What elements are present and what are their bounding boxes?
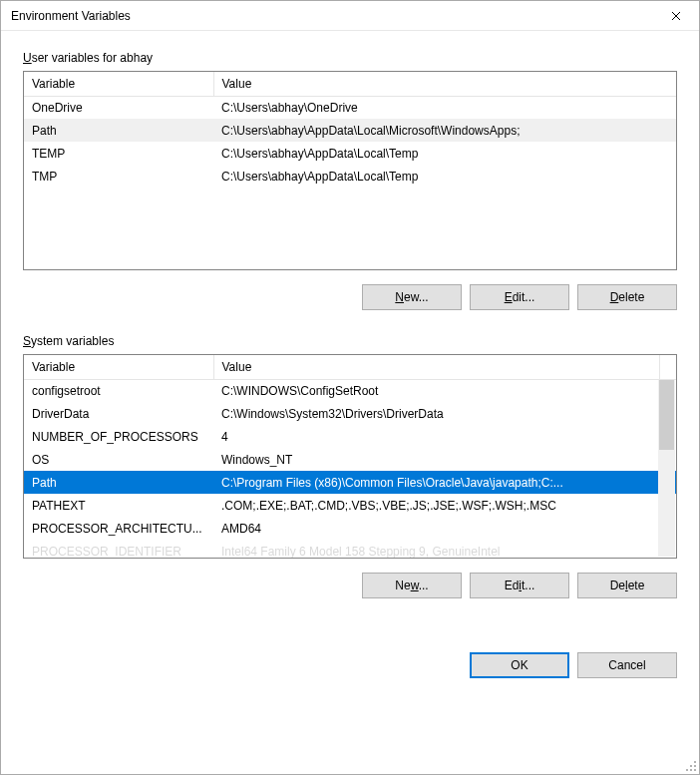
cell-variable: PATHEXT xyxy=(24,494,213,517)
user-col-value[interactable]: Value xyxy=(213,72,676,96)
table-row[interactable]: PROCESSOR_IDENTIFIERIntel64 Family 6 Mod… xyxy=(24,540,676,559)
system-vars-label: System variables xyxy=(23,334,677,348)
dialog-content: User variables for abhay Variable Value … xyxy=(1,31,699,774)
svg-point-5 xyxy=(694,769,696,771)
cell-variable: Path xyxy=(24,119,213,142)
cell-variable: TMP xyxy=(24,165,213,188)
system-new-button[interactable]: New... xyxy=(362,573,462,598)
table-row[interactable]: OneDriveC:\Users\abhay\OneDrive xyxy=(24,96,676,119)
cell-variable: NUMBER_OF_PROCESSORS xyxy=(24,425,213,448)
cell-value: C:\WINDOWS\ConfigSetRoot xyxy=(213,379,676,402)
ok-button[interactable]: OK xyxy=(470,652,569,678)
svg-point-0 xyxy=(694,761,696,763)
cell-value: 4 xyxy=(213,425,676,448)
system-col-scroll-spacer xyxy=(659,355,676,379)
table-row[interactable]: configsetrootC:\WINDOWS\ConfigSetRoot xyxy=(24,379,676,402)
system-button-row: New... Edit... Delete xyxy=(23,573,677,598)
table-row[interactable]: NUMBER_OF_PROCESSORS4 xyxy=(24,425,676,448)
close-icon xyxy=(671,8,681,24)
system-col-value[interactable]: Value xyxy=(213,355,659,379)
resize-grip-icon[interactable] xyxy=(683,758,697,772)
cell-value: C:\Users\abhay\AppData\Local\Microsoft\W… xyxy=(213,119,676,142)
user-button-row: New... Edit... Delete xyxy=(23,284,677,310)
scrollbar-thumb[interactable] xyxy=(659,380,674,450)
user-vars-table-container: Variable Value OneDriveC:\Users\abhay\On… xyxy=(23,71,677,270)
system-edit-button[interactable]: Edit... xyxy=(470,573,569,598)
cell-variable: OneDrive xyxy=(24,96,213,119)
svg-point-1 xyxy=(690,765,692,767)
cell-value: Windows_NT xyxy=(213,448,676,471)
cell-variable: OS xyxy=(24,448,213,471)
system-delete-button[interactable]: Delete xyxy=(577,573,677,598)
cell-variable: Path xyxy=(24,471,213,494)
table-row[interactable]: PATHEXT.COM;.EXE;.BAT;.CMD;.VBS;.VBE;.JS… xyxy=(24,494,676,517)
cell-variable: TEMP xyxy=(24,142,213,165)
cell-variable: configsetroot xyxy=(24,379,213,402)
user-new-button[interactable]: New... xyxy=(362,284,462,310)
cell-value: C:\Users\abhay\AppData\Local\Temp xyxy=(213,165,676,188)
user-delete-button[interactable]: Delete xyxy=(577,284,677,310)
titlebar[interactable]: Environment Variables xyxy=(1,1,699,31)
cell-value: C:\Program Files (x86)\Common Files\Orac… xyxy=(213,471,676,494)
window-title: Environment Variables xyxy=(11,9,653,23)
cell-value: Intel64 Family 6 Model 158 Stepping 9, G… xyxy=(213,540,676,559)
table-row[interactable]: PathC:\Program Files (x86)\Common Files\… xyxy=(24,471,676,494)
table-row[interactable]: OSWindows_NT xyxy=(24,448,676,471)
svg-point-4 xyxy=(690,769,692,771)
user-edit-button[interactable]: Edit... xyxy=(470,284,569,310)
table-row[interactable]: TMPC:\Users\abhay\AppData\Local\Temp xyxy=(24,165,676,188)
cell-value: C:\Windows\System32\Drivers\DriverData xyxy=(213,402,676,425)
system-vars-table-container: Variable Value configsetrootC:\WINDOWS\C… xyxy=(23,354,677,559)
cancel-button[interactable]: Cancel xyxy=(577,652,677,678)
svg-point-3 xyxy=(686,769,688,771)
cell-value: C:\Users\abhay\AppData\Local\Temp xyxy=(213,142,676,165)
cell-value: C:\Users\abhay\OneDrive xyxy=(213,96,676,119)
table-row[interactable]: PROCESSOR_ARCHITECTU...AMD64 xyxy=(24,517,676,540)
dialog-button-row: OK Cancel xyxy=(23,652,677,678)
user-col-variable[interactable]: Variable xyxy=(24,72,213,96)
close-button[interactable] xyxy=(653,1,699,31)
table-row[interactable]: TEMPC:\Users\abhay\AppData\Local\Temp xyxy=(24,142,676,165)
cell-variable: PROCESSOR_IDENTIFIER xyxy=(24,540,213,559)
user-vars-table[interactable]: Variable Value OneDriveC:\Users\abhay\On… xyxy=(24,72,676,188)
cell-variable: PROCESSOR_ARCHITECTU... xyxy=(24,517,213,540)
user-vars-label: User variables for abhay xyxy=(23,51,677,65)
table-row[interactable]: DriverDataC:\Windows\System32\Drivers\Dr… xyxy=(24,402,676,425)
system-col-variable[interactable]: Variable xyxy=(24,355,213,379)
cell-value: AMD64 xyxy=(213,517,676,540)
cell-variable: DriverData xyxy=(24,402,213,425)
table-row[interactable]: PathC:\Users\abhay\AppData\Local\Microso… xyxy=(24,119,676,142)
svg-point-2 xyxy=(694,765,696,767)
system-scrollbar[interactable] xyxy=(658,380,675,557)
cell-value: .COM;.EXE;.BAT;.CMD;.VBS;.VBE;.JS;.JSE;.… xyxy=(213,494,676,517)
system-vars-table[interactable]: Variable Value configsetrootC:\WINDOWS\C… xyxy=(24,355,676,559)
